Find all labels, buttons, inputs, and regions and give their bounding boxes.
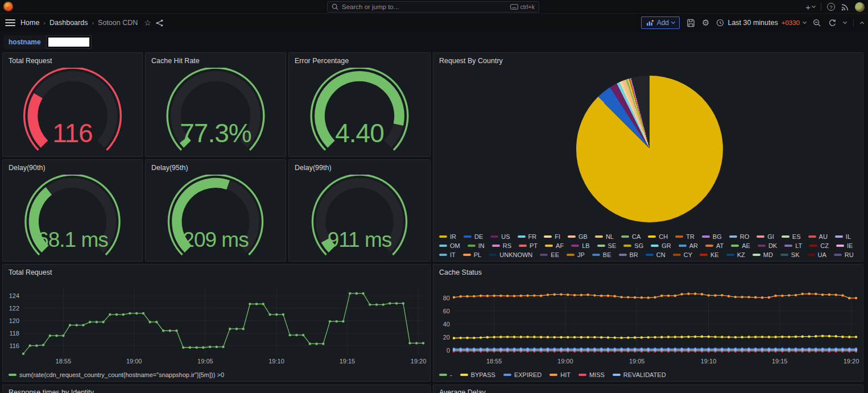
panel-title[interactable]: Delay(95th): [146, 160, 286, 176]
kiosk-mode-button[interactable]: [861, 20, 863, 25]
user-avatar[interactable]: [855, 2, 865, 12]
panel-title[interactable]: Cache Status: [433, 264, 863, 280]
legend-item[interactable]: AE: [731, 242, 750, 249]
panel-cache-hit-rate-gauge: Cache Hit Rate 77.3%: [145, 52, 286, 157]
legend-label: SK: [791, 251, 800, 258]
legend-item[interactable]: UA: [807, 251, 826, 258]
legend-item[interactable]: AT: [705, 242, 724, 249]
news-button[interactable]: [841, 3, 849, 11]
legend-item[interactable]: UNKNOWN: [489, 251, 532, 258]
legend-item[interactable]: US: [490, 233, 510, 240]
panel-title[interactable]: Total Request: [3, 53, 142, 69]
legend-item[interactable]: CZ: [809, 242, 829, 249]
legend-item[interactable]: CH: [648, 233, 668, 240]
panel-cache-status: Cache Status 02040608018:5519:0019:0519:…: [433, 264, 863, 382]
legend-item[interactable]: KZ: [726, 251, 745, 258]
legend-item[interactable]: GR: [651, 242, 671, 249]
legend-item[interactable]: RU: [834, 251, 854, 258]
legend-item[interactable]: HIT: [549, 371, 571, 378]
legend-item[interactable]: DE: [464, 233, 483, 240]
legend-item[interactable]: DK: [758, 242, 777, 249]
menu-toggle-button[interactable]: [5, 18, 15, 28]
dashboard-settings-button[interactable]: ⚙: [702, 18, 709, 28]
breadcrumb-home[interactable]: Home: [20, 19, 39, 27]
legend-item[interactable]: PT: [519, 242, 538, 249]
breadcrumb-dashboards[interactable]: Dashboards: [49, 19, 88, 27]
legend-item[interactable]: BYPASS: [460, 371, 495, 378]
save-dashboard-button[interactable]: [687, 19, 695, 27]
legend-item[interactable]: IT: [439, 251, 456, 258]
legend-swatch: [646, 254, 654, 256]
legend-swatch: [726, 254, 734, 256]
legend-item[interactable]: IL: [835, 233, 851, 240]
svg-text:18:55: 18:55: [486, 358, 502, 365]
legend-swatch: [567, 254, 574, 256]
panel-title[interactable]: Response times by Identity: [3, 385, 430, 393]
legend-item[interactable]: AU: [808, 233, 828, 240]
legend-item[interactable]: CN: [646, 251, 666, 258]
time-range-picker[interactable]: Last 30 minutes +0330: [716, 19, 806, 27]
legend-item[interactable]: BG: [702, 233, 722, 240]
refresh-button[interactable]: [828, 19, 837, 27]
zoom-out-time-button[interactable]: [813, 19, 821, 27]
legend-item[interactable]: -: [439, 371, 452, 378]
legend-item[interactable]: RS: [492, 242, 511, 249]
legend-item[interactable]: AR: [679, 242, 698, 249]
panel-title[interactable]: Cache Hit Rate: [146, 53, 286, 69]
legend-item[interactable]: BE: [592, 251, 611, 258]
legend-item[interactable]: MISS: [578, 371, 605, 378]
panel-title[interactable]: Request By Country: [433, 53, 863, 69]
panel-title[interactable]: Error Percentage: [289, 53, 430, 69]
zoom-out-icon: [813, 19, 821, 27]
panel-title[interactable]: Total Request: [3, 264, 430, 280]
search-input[interactable]: Search or jump to... ctrl+k: [327, 1, 539, 13]
add-panel-button[interactable]: Add: [641, 16, 680, 29]
new-item-button[interactable]: +: [805, 3, 815, 11]
legend-item[interactable]: EE: [540, 251, 559, 258]
refresh-interval-button[interactable]: [844, 22, 846, 23]
legend-swatch: [460, 374, 468, 376]
legend-item[interactable]: OM: [439, 242, 460, 249]
legend-item[interactable]: SE: [597, 242, 617, 249]
legend-item[interactable]: GB: [568, 233, 588, 240]
legend-item[interactable]: SK: [780, 251, 800, 258]
legend-item[interactable]: GI: [757, 233, 774, 240]
legend-item[interactable]: sum(rate(cdn_request_country_count{hostn…: [9, 371, 224, 378]
legend-item[interactable]: CY: [673, 251, 692, 258]
legend-item[interactable]: ES: [782, 233, 801, 240]
share-icon[interactable]: [155, 19, 164, 27]
legend-item[interactable]: SG: [623, 242, 643, 249]
hostname-variable-input[interactable]: [46, 35, 92, 49]
legend-item[interactable]: NL: [595, 233, 614, 240]
legend-item[interactable]: IE: [836, 242, 853, 249]
panel-title[interactable]: Average Delay: [433, 385, 863, 393]
favorite-star-icon[interactable]: ☆: [144, 18, 151, 27]
legend-item[interactable]: JP: [567, 251, 585, 258]
legend-item[interactable]: MD: [753, 251, 773, 258]
legend-label: IN: [478, 242, 485, 249]
legend-item[interactable]: CA: [621, 233, 640, 240]
legend-item[interactable]: RO: [729, 233, 750, 240]
legend-item[interactable]: EXPIRED: [503, 371, 542, 378]
legend-item[interactable]: FI: [544, 233, 560, 240]
legend-swatch: [835, 235, 843, 238]
panel-title[interactable]: Delay(99th): [289, 160, 430, 176]
legend-item[interactable]: BR: [619, 251, 638, 258]
panel-delay-90th-gauge: Delay(90th) 68.1 ms: [2, 159, 143, 262]
legend-label: GR: [662, 242, 671, 249]
rss-icon: [841, 3, 849, 11]
legend-item[interactable]: IR: [439, 233, 456, 240]
panel-title[interactable]: Delay(90th): [3, 160, 142, 176]
grafana-logo-icon[interactable]: [3, 2, 13, 11]
legend-item[interactable]: TR: [675, 233, 695, 240]
legend-item[interactable]: PL: [463, 251, 481, 258]
legend-item[interactable]: IN: [468, 242, 485, 249]
legend-item[interactable]: KE: [700, 251, 719, 258]
help-button[interactable]: ?: [827, 3, 835, 11]
legend-item[interactable]: LT: [784, 242, 802, 249]
legend-item[interactable]: REVALIDATED: [613, 371, 666, 378]
legend-swatch: [705, 245, 713, 247]
legend-item[interactable]: FR: [518, 233, 537, 240]
legend-item[interactable]: AF: [545, 242, 564, 249]
legend-item[interactable]: LB: [571, 242, 589, 249]
